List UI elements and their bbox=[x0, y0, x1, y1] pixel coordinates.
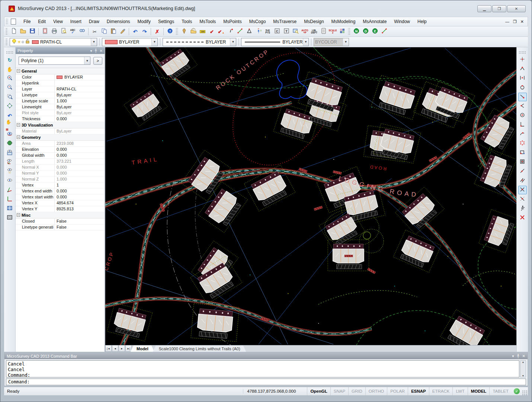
undo-button[interactable]: ↶ bbox=[131, 27, 140, 36]
layer-lock-icon[interactable] bbox=[25, 38, 31, 45]
command-history-scrollbar[interactable]: ▲▼ bbox=[520, 360, 526, 377]
menu-draw[interactable]: Draw bbox=[85, 18, 103, 25]
point-list-button[interactable] bbox=[319, 27, 328, 36]
status-toggle-esnap[interactable]: ESNAP bbox=[408, 387, 429, 395]
minimize-button[interactable]: ▁ bbox=[477, 5, 491, 12]
property-value[interactable]: ByLayer bbox=[54, 128, 105, 134]
store-points-button[interactable]: 5+EPTS bbox=[263, 27, 272, 36]
plot-area-button[interactable] bbox=[41, 27, 49, 36]
prev-sheet-button[interactable]: ◄ bbox=[112, 345, 118, 352]
restore-button[interactable]: ❐ bbox=[492, 5, 506, 12]
snap-node-button[interactable] bbox=[518, 139, 527, 148]
status-toggle-ortho[interactable]: ORTHO bbox=[365, 387, 387, 395]
snap-tangent-button[interactable] bbox=[518, 130, 527, 138]
first-sheet-button[interactable]: |◄ bbox=[105, 345, 112, 352]
osnap-toolbar-grip[interactable] bbox=[519, 51, 526, 54]
status-toggle-polar[interactable]: POLAR bbox=[387, 387, 408, 395]
snap-midpoint-line-button[interactable] bbox=[518, 74, 527, 83]
property-value[interactable]: ByLayer bbox=[54, 110, 105, 116]
view-toolbar-grip[interactable] bbox=[6, 51, 14, 54]
property-value[interactable]: 0.000 bbox=[54, 194, 105, 200]
snap-quadrant-button[interactable] bbox=[518, 83, 527, 92]
document-icon[interactable] bbox=[11, 19, 16, 25]
mdi-close-button[interactable]: ✕ bbox=[520, 19, 524, 24]
layer-thaw-icon[interactable]: ☀ bbox=[17, 39, 21, 45]
property-section-general[interactable]: −General bbox=[16, 68, 105, 74]
property-panel-header[interactable]: Property ▾ ╀ ✕ bbox=[16, 47, 105, 54]
lineweight-combo[interactable]: BYLAYER ▼ bbox=[241, 38, 309, 46]
zoom-out-button[interactable] bbox=[6, 83, 14, 92]
draw-line-button[interactable] bbox=[235, 27, 244, 36]
point-id-199-button[interactable]: 199 bbox=[198, 27, 207, 36]
cad-viewport[interactable]: LOGGING ROADROCK OUTCROPTRAILROADCROP bbox=[105, 47, 516, 345]
property-value[interactable]: RPATH-CL bbox=[54, 86, 105, 92]
auto-point-button[interactable]: AUTO+P bbox=[301, 27, 309, 36]
property-value[interactable]: False bbox=[54, 218, 105, 224]
snap-intersection-button[interactable] bbox=[518, 186, 527, 194]
ucs-world-button[interactable] bbox=[6, 195, 14, 204]
status-toggle-lwt[interactable]: LWT bbox=[452, 387, 467, 395]
property-value[interactable]: 373.221 bbox=[54, 159, 105, 164]
command-menu-icon[interactable]: ▾ bbox=[512, 354, 514, 358]
point-pdt-button[interactable]: PDT bbox=[254, 27, 263, 36]
status-toggle-model[interactable]: MODEL bbox=[468, 387, 490, 395]
status-toggle-grid[interactable]: GRID bbox=[348, 387, 365, 395]
color-combo[interactable]: BYLAYER ▼ bbox=[102, 38, 158, 46]
status-toggle-tablet[interactable]: TABLET bbox=[489, 387, 512, 395]
nde-toolbar-grip[interactable] bbox=[348, 28, 350, 35]
audit-check-button[interactable]: ✔ bbox=[208, 27, 216, 36]
save-file-button[interactable] bbox=[28, 27, 36, 36]
linetype-combo[interactable]: BYLAYER ▼ bbox=[163, 38, 236, 46]
help-button[interactable]: ? bbox=[166, 27, 174, 36]
angle-tool-button[interactable] bbox=[245, 27, 253, 36]
zoom-in-button[interactable] bbox=[6, 74, 14, 83]
plumb-bob-button[interactable] bbox=[180, 27, 188, 36]
selection-combo-arrow[interactable]: ▼ bbox=[84, 57, 90, 64]
ms-toolbar-grip[interactable] bbox=[176, 28, 178, 35]
ucs-icon-button[interactable] bbox=[6, 186, 14, 194]
property-value[interactable]: 8925.813 bbox=[54, 206, 105, 212]
circle-e-button[interactable]: E bbox=[371, 27, 379, 36]
view-points-button[interactable] bbox=[6, 167, 14, 176]
color-map-button[interactable] bbox=[338, 27, 346, 36]
smart-draw-button[interactable] bbox=[189, 27, 198, 36]
menu-window[interactable]: Window bbox=[390, 18, 414, 25]
orbit-button[interactable] bbox=[6, 130, 14, 138]
property-value[interactable]: ByLayer bbox=[54, 92, 105, 98]
copy-button[interactable] bbox=[100, 27, 108, 36]
sheet-tab-layout[interactable]: Scale1000 Clearing Limits without Trails… bbox=[153, 345, 246, 352]
command-input[interactable]: Command: bbox=[6, 379, 526, 385]
property-value[interactable]: 0.000 bbox=[54, 188, 105, 194]
status-toggle-snap[interactable]: SNAP bbox=[330, 387, 348, 395]
close-button[interactable]: ✕ bbox=[507, 5, 526, 12]
snap-quick-button[interactable] bbox=[518, 204, 527, 213]
snap-midpoint-button[interactable] bbox=[518, 102, 527, 111]
lineweight-combo-arrow[interactable]: ▼ bbox=[303, 38, 308, 46]
named-views-button[interactable] bbox=[6, 149, 14, 157]
menu-view[interactable]: View bbox=[49, 18, 67, 25]
property-value[interactable]: 0.000 bbox=[54, 165, 105, 170]
property-value[interactable]: False bbox=[54, 224, 105, 230]
orbit-3d-button[interactable] bbox=[6, 139, 14, 148]
cut-button[interactable]: ✂ bbox=[90, 27, 99, 36]
new-file-button[interactable] bbox=[9, 27, 18, 36]
snap-endpoint-entity-button[interactable] bbox=[518, 93, 527, 101]
menu-msmodeling[interactable]: MsModeling bbox=[328, 18, 359, 25]
coordinate-display[interactable]: 4788.137,8725.068,0.000 bbox=[243, 389, 307, 393]
viewport-single-button[interactable] bbox=[6, 214, 14, 222]
snap-endpoint-button[interactable] bbox=[518, 65, 527, 73]
print-button[interactable] bbox=[50, 27, 58, 36]
zoom-window-button[interactable] bbox=[6, 93, 14, 101]
mdi-restore-button[interactable]: ❐ bbox=[513, 19, 517, 24]
redo-button[interactable]: ↷ bbox=[140, 27, 149, 36]
command-pin-icon[interactable]: ╀ bbox=[517, 354, 519, 358]
format-toolbar-grip[interactable] bbox=[5, 38, 8, 45]
property-value[interactable]: BYLAYER bbox=[54, 74, 105, 80]
command-close-icon[interactable]: ✕ bbox=[522, 354, 525, 358]
zoom-points-button[interactable] bbox=[291, 27, 300, 36]
menu-mscogo[interactable]: MsCogo bbox=[246, 18, 270, 25]
scale-z-button[interactable]: SCALEZ bbox=[329, 27, 337, 36]
property-value[interactable]: 0.000 bbox=[54, 116, 105, 122]
pan-point-button[interactable]: ✋▦ bbox=[6, 121, 14, 129]
property-value[interactable]: 1.000 bbox=[54, 176, 105, 182]
